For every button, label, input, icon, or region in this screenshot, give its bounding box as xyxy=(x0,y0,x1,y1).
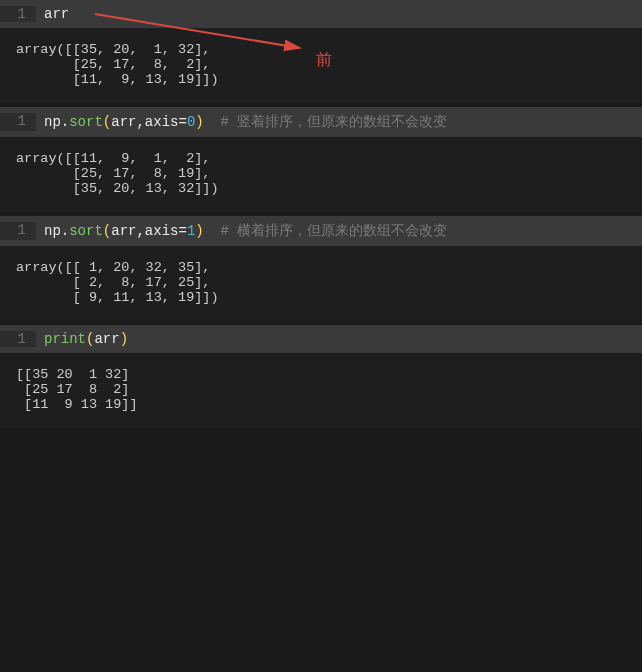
output-text: [[35 20 1 32] [25 17 8 2] [11 9 13 19]] xyxy=(0,353,642,428)
line-number: 1 xyxy=(18,6,26,22)
code-input-area[interactable]: 1 print(arr) xyxy=(0,325,642,353)
code-input-area[interactable]: 1 np.sort(arr,axis=1) # 横着排序，但原来的数组不会改变 xyxy=(0,216,642,246)
line-number: 1 xyxy=(18,222,26,238)
notebook-cell: 1 np.sort(arr,axis=0) # 竖着排序，但原来的数组不会改变 … xyxy=(0,107,642,212)
output-text: array([[35, 20, 1, 32], [25, 17, 8, 2], … xyxy=(0,28,642,103)
code-line[interactable]: np.sort(arr,axis=0) # 竖着排序，但原来的数组不会改变 xyxy=(36,113,642,131)
code-input-area[interactable]: 1 np.sort(arr,axis=0) # 竖着排序，但原来的数组不会改变 xyxy=(0,107,642,137)
output-text: array([[ 1, 20, 32, 35], [ 2, 8, 17, 25]… xyxy=(0,246,642,321)
code-line[interactable]: np.sort(arr,axis=1) # 横着排序，但原来的数组不会改变 xyxy=(36,222,642,240)
code-line[interactable]: print(arr) xyxy=(36,331,642,347)
line-number: 1 xyxy=(18,331,26,347)
line-number-gutter: 1 xyxy=(0,6,36,22)
notebook-cell: 1 np.sort(arr,axis=1) # 横着排序，但原来的数组不会改变 … xyxy=(0,216,642,321)
line-number: 1 xyxy=(18,113,26,129)
line-number-gutter: 1 xyxy=(0,113,36,131)
code-line[interactable]: arr xyxy=(36,6,642,22)
line-number-gutter: 1 xyxy=(0,222,36,240)
notebook-cell: 1 arr array([[35, 20, 1, 32], [25, 17, 8… xyxy=(0,0,642,103)
code-input-area[interactable]: 1 arr xyxy=(0,0,642,28)
notebook-cell: 1 print(arr) [[35 20 1 32] [25 17 8 2] [… xyxy=(0,325,642,428)
output-text: array([[11, 9, 1, 2], [25, 17, 8, 19], [… xyxy=(0,137,642,212)
line-number-gutter: 1 xyxy=(0,331,36,347)
